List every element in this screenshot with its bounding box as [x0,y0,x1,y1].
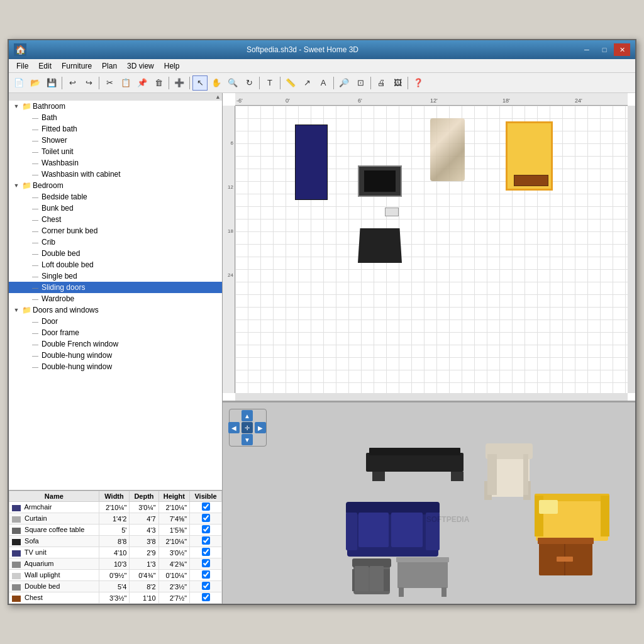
tree-item[interactable]: — Chest [9,214,222,225]
delete-button[interactable]: 🗑 [151,75,166,91]
help-button[interactable]: ❓ [411,75,426,91]
tree-item[interactable]: — Door [9,316,222,327]
menu-3dview[interactable]: 3D view [122,60,159,72]
cell-visible[interactable] [190,525,222,536]
select-tool[interactable]: ↖ [192,75,208,91]
pan-tool[interactable]: ✋ [209,75,224,91]
tree-item-last[interactable]: — Double-hung window [9,361,222,372]
tree-item[interactable]: — Washbasin with cabinet [9,169,222,180]
visible-checkbox[interactable] [202,548,210,556]
menu-file[interactable]: File [11,60,33,72]
tree-item[interactable]: — Double French window [9,338,222,350]
tree-item[interactable]: — Shower [9,135,222,146]
table-row[interactable]: Curtain 1'4'2 4'7 7'4⅝" [9,513,222,525]
tree-item-label: Crib [42,238,55,247]
table-row[interactable]: Wall uplight 0'9½" 0'4¾" 0'10¼" [9,570,222,581]
rotate-tool[interactable]: ↻ [242,75,257,91]
zoom-out-button[interactable]: 🔎 [336,75,352,91]
plan-armchair[interactable] [358,228,402,263]
tree-toggle[interactable]: ▼ [11,305,21,315]
visible-checkbox[interactable] [202,570,210,579]
plan-small-item[interactable] [385,208,399,216]
new-button[interactable]: 📄 [11,75,26,91]
menu-furniture[interactable]: Furniture [57,60,97,72]
text-tool[interactable]: T [262,75,277,91]
cell-visible[interactable] [190,536,222,547]
cell-visible[interactable] [190,570,222,581]
table-row[interactable]: TV unit 4'10 2'9 3'0½" [9,547,222,558]
measure-tool[interactable]: 📏 [283,75,298,91]
tree-item[interactable]: — Double-hung window [9,350,222,361]
cell-visible[interactable] [190,592,222,604]
tree-item[interactable]: — Single bed [9,270,222,282]
tree-item[interactable]: — Double bed [9,248,222,259]
tree-toggle[interactable]: ▼ [11,101,21,111]
text2-tool[interactable]: A [316,75,331,91]
minimize-button[interactable]: ─ [579,43,595,56]
tree-item[interactable]: — Door frame [9,327,222,338]
tree-category-bedroom[interactable]: ▼ 📁 Bedroom [9,180,222,191]
visible-checkbox[interactable] [202,514,210,522]
redo-button[interactable]: ↪ [81,75,96,91]
furniture-tree[interactable]: ▲ ▼ 📁 Bathroom — Bath — Fitted bath — Sh… [9,93,222,491]
tree-item[interactable]: — Bunk bed [9,203,222,214]
cell-visible[interactable] [190,581,222,592]
tree-item[interactable]: — Fitted bath [9,123,222,135]
cell-visible[interactable] [190,547,222,558]
tree-item[interactable]: — Corner bunk bed [9,225,222,236]
visible-checkbox[interactable] [202,536,210,545]
plan-scrollbar-h[interactable] [235,393,628,401]
menu-plan[interactable]: Plan [97,60,122,72]
tree-item[interactable]: — Bedside table [9,191,222,203]
tree-item[interactable]: — Loft double bed [9,259,222,270]
table-row[interactable]: Armchair 2'10¼" 3'0¼" 2'10¼" [9,502,222,513]
tree-category-bathroom[interactable]: ▼ 📁 Bathroom [9,101,222,112]
maximize-button[interactable]: □ [596,43,613,56]
cell-visible[interactable] [190,558,222,570]
visible-checkbox[interactable] [202,559,210,567]
cell-depth: 4'7 [130,513,158,525]
plan-scrollbar-v[interactable] [628,106,635,393]
plan-area[interactable]: -6' 0' 6' 12' 18' 24' 30' 36' 6 12 18 24 [223,93,635,402]
zoom-fit-button[interactable]: ⊡ [353,75,368,91]
tree-item[interactable]: — Crib [9,236,222,248]
zoom-in-button[interactable]: 🔍 [225,75,240,91]
tree-item[interactable]: — Bath [9,112,222,123]
paste-button[interactable]: 📌 [135,75,150,91]
plan-tv-unit[interactable] [358,165,402,197]
visible-checkbox[interactable] [202,525,210,533]
export-button[interactable]: 🖨 [374,75,389,91]
tree-toggle[interactable]: ▼ [11,180,21,191]
menu-edit[interactable]: Edit [33,60,57,72]
copy-button[interactable]: 📋 [118,75,133,91]
plan-bed[interactable] [506,121,553,191]
tree-category-doors[interactable]: ▼ 📁 Doors and windows [9,304,222,316]
plan-grid[interactable] [235,106,628,393]
visible-checkbox[interactable] [202,582,210,590]
cell-visible[interactable] [190,502,222,513]
arrow-tool[interactable]: ↗ [299,75,314,91]
plan-curtain[interactable] [430,118,465,181]
close-button[interactable]: ✕ [614,43,630,56]
open-button[interactable]: 📂 [28,75,43,91]
tree-item[interactable]: — Sliding doors [9,282,222,293]
save-button[interactable]: 💾 [44,75,59,91]
table-row[interactable]: Aquarium 10'3 1'3 4'2¾" [9,558,222,570]
undo-button[interactable]: ↩ [65,75,80,91]
tree-item[interactable]: — Washbasin [9,157,222,169]
cell-visible[interactable] [190,513,222,525]
table-row[interactable]: Square coffee table 5' 4'3 1'5⅜" [9,525,222,536]
cut-button[interactable]: ✂ [102,75,117,91]
menu-help[interactable]: Help [159,60,185,72]
tree-item[interactable]: — Wardrobe [9,293,222,304]
add-furniture-button[interactable]: ➕ [172,75,187,91]
tree-item[interactable]: — Toilet unit [9,146,222,157]
cell-height: 2'3½" [158,581,190,592]
table-row[interactable]: Chest 3'3½" 1'10 2'7½" [9,592,222,604]
visible-checkbox[interactable] [202,502,210,511]
plan-sofa[interactable] [295,125,328,200]
table-row[interactable]: Double bed 5'4 8'2 2'3½" [9,581,222,592]
print-button[interactable]: 🖼 [390,75,405,91]
visible-checkbox[interactable] [202,593,210,601]
table-row[interactable]: Sofa 8'8 3'8 2'10¼" [9,536,222,547]
